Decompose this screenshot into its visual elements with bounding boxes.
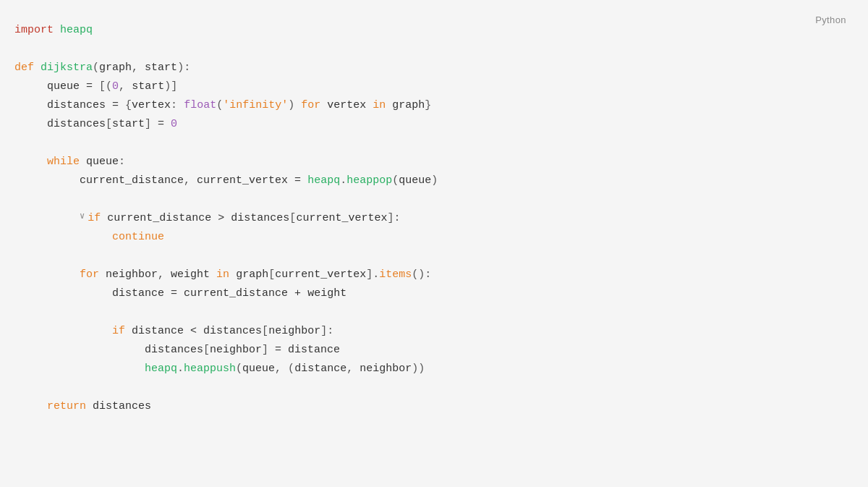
line-code: import heapq <box>14 22 868 39</box>
empty-line <box>14 191 868 210</box>
code-line: distances[neighbor] = distance <box>14 342 868 360</box>
line-code: queue = [(0, start)] <box>47 78 868 96</box>
code-line: distances = {vertex: float('infinity') f… <box>14 97 868 116</box>
line-code: heapq.heappush(queue, (distance, neighbo… <box>145 360 868 378</box>
line-code: continue <box>112 229 868 246</box>
line-code: distances[neighbor] = distance <box>145 342 868 359</box>
empty-line <box>14 379 868 398</box>
code-line: queue = [(0, start)] <box>14 78 868 97</box>
code-line: continue <box>14 229 868 247</box>
code-line: current_distance, current_vertex = heapq… <box>14 172 868 191</box>
line-code: return distances <box>47 398 868 415</box>
empty-line <box>14 135 868 153</box>
line-code: distance = current_distance + weight <box>112 285 868 302</box>
line-code: for neighbor, weight in graph[current_ve… <box>80 266 868 284</box>
line-code: current_distance, current_vertex = heapq… <box>80 172 868 190</box>
code-line: distances[start] = 0 <box>14 116 868 135</box>
line-code: distances[start] = 0 <box>47 116 868 133</box>
code-line: heapq.heappush(queue, (distance, neighbo… <box>14 360 868 379</box>
code-line: ∨if current_distance > distances[current… <box>14 210 868 229</box>
code-line: if distance < distances[neighbor]: <box>14 323 868 342</box>
line-code: distances = {vertex: float('infinity') f… <box>47 97 868 114</box>
code-line: while queue: <box>14 153 868 172</box>
collapse-arrow-icon[interactable]: ∨ <box>80 210 85 224</box>
code-line: return distances <box>14 398 868 417</box>
empty-line <box>14 304 868 323</box>
code-line: import heapq <box>14 22 868 41</box>
line-code: while queue: <box>47 153 868 171</box>
line-code: if distance < distances[neighbor]: <box>112 323 868 340</box>
language-label: Python <box>815 13 846 28</box>
empty-line <box>14 41 868 59</box>
line-code: if current_distance > distances[current_… <box>88 210 868 227</box>
empty-line <box>14 247 868 266</box>
line-code: def dijkstra(graph, start): <box>14 59 868 77</box>
code-container: Python import heapqdef dijkstra(graph, s… <box>0 0 868 487</box>
code-line: def dijkstra(graph, start): <box>14 59 868 78</box>
code-line: for neighbor, weight in graph[current_ve… <box>14 266 868 285</box>
code-line: distance = current_distance + weight <box>14 285 868 304</box>
code-block: import heapqdef dijkstra(graph, start):q… <box>14 14 868 417</box>
